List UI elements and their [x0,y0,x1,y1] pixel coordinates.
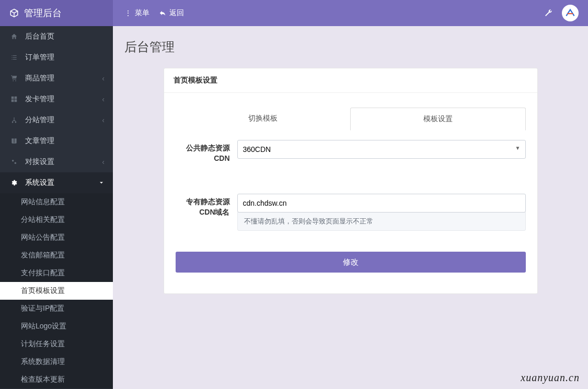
sidebar-subitem[interactable]: 分站相关配置 [0,211,113,229]
sidebar-item-label: 发卡管理 [25,95,54,104]
topbar: 管理后台 ⋮ 菜单 返回 [0,0,588,26]
own-cdn-help: 不懂请勿乱填，否则会导致页面显示不正常 [237,212,526,231]
sidebar-item-label: 分站管理 [25,115,54,125]
sidebar-item-home[interactable]: 后台首页 [0,26,113,47]
sidebar-item-orders[interactable]: 订单管理 [0,47,113,68]
public-cdn-control: 360CDN [237,140,526,163]
chevron-left-icon: ‹ [102,116,105,124]
sidebar-subitem[interactable]: 系统数据清理 [0,353,113,371]
main: 后台管理 首页模板设置 切换模板 模板设置 公共静态资源 CDN 360CDN [113,26,588,389]
brand[interactable]: 管理后台 [0,0,113,26]
tab-switch-template[interactable]: 切换模板 [176,108,350,131]
back-label: 返回 [169,8,184,18]
own-cdn-input[interactable] [237,194,526,213]
home-icon [8,33,20,40]
sidebar-item-products[interactable]: 商品管理 ‹ [0,68,113,89]
grid-icon [8,96,20,103]
sidebar: 后台首页 订单管理 商品管理 ‹ 发卡管理 ‹ 分站管理 ‹ 文章管理 对接设置… [0,26,113,389]
sitemap-icon [8,116,20,124]
tab-template-settings[interactable]: 模板设置 [350,108,526,131]
sidebar-subitem[interactable]: 检查版本更新 [0,371,113,388]
label-public-cdn: 公共静态资源 CDN [176,140,237,163]
reply-icon [159,9,166,17]
back-button[interactable]: 返回 [159,8,184,18]
topbar-right [544,5,588,21]
cube-icon [9,8,19,18]
svg-point-2 [15,80,16,81]
sidebar-item-label: 对接设置 [25,157,54,167]
sidebar-subitem[interactable]: 网站公告配置 [0,229,113,246]
svg-point-4 [15,162,16,164]
sidebar-subitem[interactable]: 支付接口配置 [0,264,113,282]
tabs: 切换模板 模板设置 [176,108,526,131]
svg-point-3 [12,160,14,162]
sidebar-item-label: 后台首页 [25,32,54,41]
menu-label: 菜单 [135,8,149,18]
brand-text: 管理后台 [24,7,62,19]
sidebar-item-label: 订单管理 [25,53,54,62]
topbar-left: ⋮ 菜单 返回 [113,8,184,18]
sidebar-item-label: 商品管理 [25,74,54,83]
sidebar-subitem[interactable]: 计划任务设置 [0,335,113,353]
sidebar-subitem[interactable]: 网站Logo设置 [0,317,113,335]
svg-point-1 [13,80,14,81]
sidebar-subitem[interactable]: 发信邮箱配置 [0,246,113,264]
chevron-left-icon: ‹ [102,74,105,82]
chevron-left-icon: ‹ [102,95,105,103]
sidebar-item-cards[interactable]: 发卡管理 ‹ [0,89,113,110]
dots-icon: ⋮ [124,9,132,17]
sidebar-item-label: 文章管理 [25,136,54,146]
own-cdn-control: 不懂请勿乱填，否则会导致页面显示不正常 [237,194,526,231]
panel: 首页模板设置 切换模板 模板设置 公共静态资源 CDN 360CDN [164,68,538,294]
sidebar-item-substation[interactable]: 分站管理 ‹ [0,110,113,131]
menu-toggle[interactable]: ⋮ 菜单 [124,8,149,18]
submit-button[interactable]: 修改 [176,252,526,273]
sidebar-subitem[interactable]: 验证与IP配置 [0,300,113,317]
wrench-icon[interactable] [544,9,552,17]
panel-body: 切换模板 模板设置 公共静态资源 CDN 360CDN 专有静态资源 CDN [164,93,537,293]
cart-icon [8,75,20,82]
sidebar-item-articles[interactable]: 文章管理 [0,131,113,151]
label-own-cdn: 专有静态资源 CDN域名 [176,194,237,231]
gears-icon [8,158,20,166]
sidebar-item-docking[interactable]: 对接设置 ‹ [0,151,113,172]
row-own-cdn: 专有静态资源 CDN域名 不懂请勿乱填，否则会导致页面显示不正常 [176,194,526,231]
chevron-down-icon [98,180,105,186]
watermark: xuanyuan.cn [521,372,580,384]
book-icon [8,137,20,145]
row-public-cdn: 公共静态资源 CDN 360CDN [176,140,526,163]
sidebar-item-system[interactable]: 系统设置 [0,172,113,193]
page-title: 后台管理 [124,39,578,55]
list-icon [8,54,20,61]
public-cdn-select[interactable]: 360CDN [237,140,526,159]
chevron-left-icon: ‹ [102,158,105,166]
gear-icon [8,179,20,186]
sidebar-subitems: 网站信息配置分站相关配置网站公告配置发信邮箱配置支付接口配置首页模板设置验证与I… [0,193,113,388]
sidebar-item-label: 系统设置 [25,178,54,187]
avatar[interactable] [562,5,579,21]
panel-heading: 首页模板设置 [164,68,537,93]
sidebar-subitem[interactable]: 网站信息配置 [0,193,113,211]
sidebar-subitem[interactable]: 首页模板设置 [0,282,113,300]
